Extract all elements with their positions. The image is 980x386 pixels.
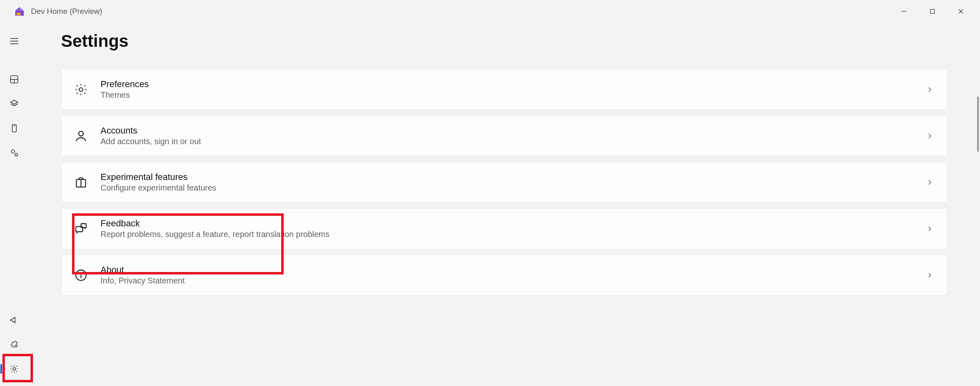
card-title: Accounts	[101, 125, 201, 136]
app-title: Dev Home (Preview)	[31, 7, 102, 16]
nav-utilities[interactable]	[2, 141, 26, 164]
nav-machine-config[interactable]	[2, 92, 26, 115]
nav-extensions[interactable]	[2, 333, 26, 356]
svg-rect-21	[81, 224, 86, 228]
chevron-right-icon	[926, 272, 933, 279]
settings-item-accounts[interactable]: Accounts Add accounts, sign in or out	[61, 115, 947, 156]
svg-rect-0	[17, 13, 20, 15]
chevron-right-icon	[926, 225, 933, 232]
card-subtitle: Info, Privacy Statement	[101, 276, 185, 285]
card-subtitle: Add accounts, sign in or out	[101, 137, 201, 146]
settings-item-about[interactable]: About Info, Privacy Statement	[61, 254, 947, 296]
svg-point-14	[15, 154, 18, 156]
person-icon	[74, 129, 88, 143]
settings-item-preferences[interactable]: Preferences Themes	[61, 69, 947, 110]
main-content: Settings Preferences Themes	[28, 22, 980, 386]
chevron-right-icon	[926, 132, 933, 140]
card-subtitle: Configure experimental features	[101, 183, 217, 193]
settings-item-experimental[interactable]: Experimental features Configure experime…	[61, 162, 947, 203]
nav-dashboard[interactable]	[2, 68, 26, 91]
nav-whats-new[interactable]	[2, 309, 26, 331]
svg-point-13	[11, 150, 15, 153]
svg-point-16	[79, 88, 83, 91]
card-title: About	[101, 265, 185, 275]
chevron-right-icon	[926, 86, 933, 93]
card-title: Experimental features	[101, 172, 217, 182]
sidebar	[0, 22, 28, 386]
info-icon	[74, 268, 88, 283]
maximize-button[interactable]	[918, 2, 947, 20]
card-title: Feedback	[101, 218, 330, 229]
app-logo-icon	[14, 6, 25, 17]
settings-list: Preferences Themes Accounts Add accounts…	[61, 69, 947, 296]
svg-point-15	[13, 368, 15, 370]
title-bar: Dev Home (Preview)	[0, 0, 980, 22]
nav-settings[interactable]	[2, 357, 26, 380]
close-button[interactable]	[947, 2, 975, 20]
svg-point-17	[79, 131, 83, 136]
scrollbar-thumb[interactable]	[977, 96, 979, 152]
card-subtitle: Report problems, suggest a feature, repo…	[101, 230, 330, 239]
card-subtitle: Themes	[101, 90, 149, 100]
window-controls	[890, 2, 975, 20]
svg-point-24	[81, 272, 81, 273]
nav-device[interactable]	[2, 117, 26, 140]
card-title: Preferences	[101, 79, 149, 90]
chevron-right-icon	[926, 179, 933, 186]
settings-item-feedback[interactable]: Feedback Report problems, suggest a feat…	[61, 208, 947, 249]
feedback-icon	[74, 222, 88, 236]
page-title: Settings	[61, 31, 947, 51]
gear-icon	[74, 82, 88, 97]
svg-rect-2	[930, 9, 934, 13]
minimize-button[interactable]	[890, 2, 918, 20]
nav-hamburger[interactable]	[2, 30, 26, 53]
box-icon	[74, 175, 88, 190]
